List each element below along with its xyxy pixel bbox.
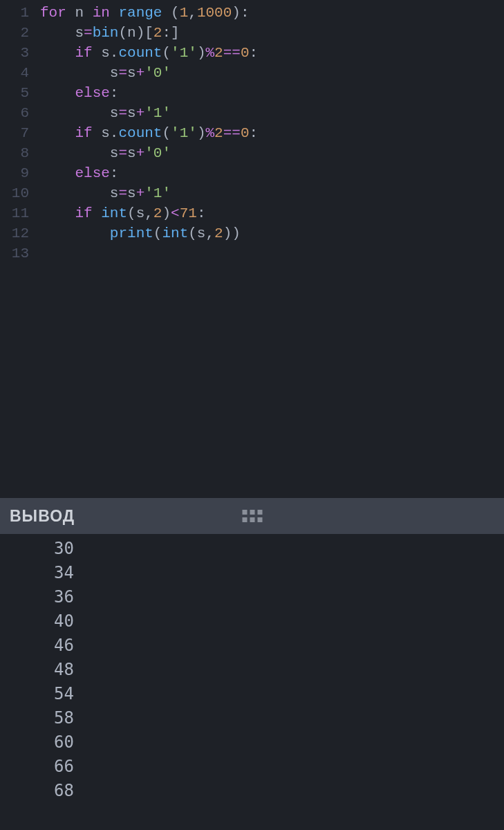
line-number: 6: [0, 103, 29, 123]
code-line[interactable]: s=s+'1': [40, 103, 504, 123]
output-line: 40: [0, 609, 504, 634]
line-number: 13: [0, 243, 29, 264]
line-number: 9: [0, 163, 29, 183]
output-line: 68: [0, 779, 504, 803]
line-number: 10: [0, 183, 29, 203]
output-panel-title: ВЫВОД: [10, 507, 75, 526]
line-number: 4: [0, 63, 29, 83]
code-line[interactable]: if s.count('1')%2==0:: [40, 123, 504, 143]
code-area[interactable]: for n in range (1,1000): s=bin(n)[2:] if…: [40, 3, 504, 498]
code-line[interactable]: s=s+'0': [40, 143, 504, 163]
line-number: 11: [0, 203, 29, 223]
code-line[interactable]: if int(s,2)<71:: [40, 203, 504, 223]
output-line: 66: [0, 755, 504, 779]
code-editor[interactable]: 12345678910111213 for n in range (1,1000…: [0, 0, 504, 498]
code-line[interactable]: else:: [40, 83, 504, 103]
output-line: 46: [0, 634, 504, 658]
code-line[interactable]: [40, 243, 504, 264]
code-line[interactable]: s=s+'1': [40, 183, 504, 203]
code-line[interactable]: s=bin(n)[2:]: [40, 23, 504, 43]
line-number: 5: [0, 83, 29, 103]
output-line: 30: [0, 537, 504, 561]
code-line[interactable]: print(int(s,2)): [40, 223, 504, 243]
output-line: 60: [0, 730, 504, 755]
line-number: 12: [0, 223, 29, 243]
code-line[interactable]: s=s+'0': [40, 63, 504, 83]
output-panel[interactable]: 3034364046485458606668: [0, 534, 504, 830]
line-number: 1: [0, 3, 29, 23]
output-line: 34: [0, 561, 504, 585]
code-line[interactable]: for n in range (1,1000):: [40, 3, 504, 23]
line-number: 3: [0, 43, 29, 63]
output-panel-header[interactable]: ВЫВОД: [0, 498, 504, 534]
line-number: 7: [0, 123, 29, 143]
output-line: 36: [0, 585, 504, 609]
code-line[interactable]: if s.count('1')%2==0:: [40, 43, 504, 63]
output-line: 54: [0, 682, 504, 706]
line-number: 8: [0, 143, 29, 163]
code-line[interactable]: else:: [40, 163, 504, 183]
output-line: 58: [0, 706, 504, 730]
output-line: 48: [0, 658, 504, 682]
line-number: 2: [0, 23, 29, 43]
drag-handle-icon[interactable]: [242, 510, 262, 522]
line-number-gutter: 12345678910111213: [0, 3, 40, 498]
